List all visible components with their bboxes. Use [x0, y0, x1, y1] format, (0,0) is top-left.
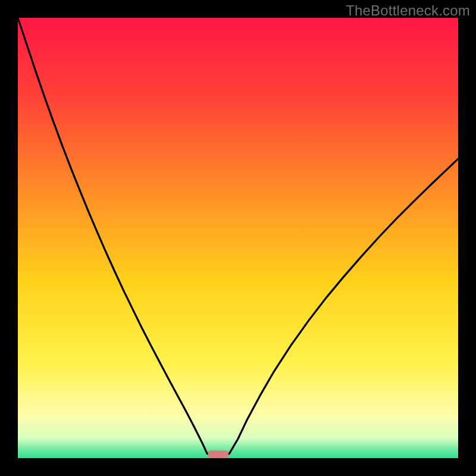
bottleneck-chart	[18, 18, 458, 458]
gradient-background	[18, 18, 458, 458]
valley-marker	[207, 450, 229, 458]
chart-frame: TheBottleneck.com	[0, 0, 476, 476]
watermark-text: TheBottleneck.com	[346, 2, 470, 19]
